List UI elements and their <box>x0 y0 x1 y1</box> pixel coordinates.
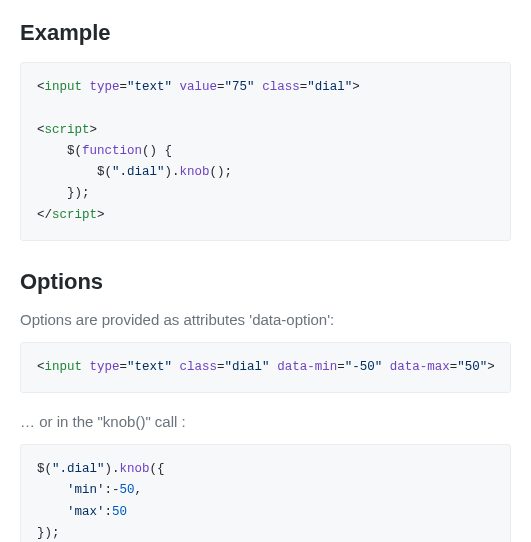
options-intro-text: Options are provided as attributes 'data… <box>20 311 511 328</box>
example-heading: Example <box>20 20 511 46</box>
options-section: Options Options are provided as attribut… <box>20 269 511 542</box>
options-or-text: … or in the "knob()" call : <box>20 413 511 430</box>
example-code-block: <input type="text" value="75" class="dia… <box>20 62 511 241</box>
options-code-block-1: <input type="text" class="dial" data-min… <box>20 342 511 393</box>
example-section: Example <input type="text" value="75" cl… <box>20 20 511 241</box>
options-code-block-2: $(".dial").knob({ 'min':-50, 'max':50 })… <box>20 444 511 542</box>
options-heading: Options <box>20 269 511 295</box>
